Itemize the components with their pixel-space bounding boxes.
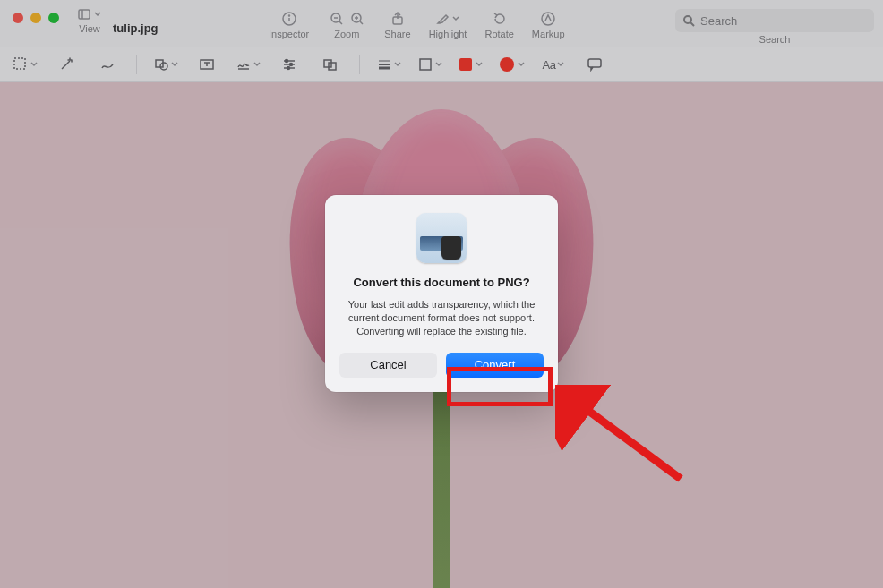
chevron-down-icon	[476, 61, 483, 68]
text-style-tool[interactable]: Aa	[541, 53, 566, 76]
separator	[136, 55, 137, 74]
sliders-icon	[281, 56, 297, 72]
svg-point-15	[684, 16, 691, 23]
dialog-body: Your last edit adds transparency, which …	[339, 298, 544, 338]
svg-rect-31	[324, 60, 331, 67]
resize-icon	[322, 56, 339, 72]
border-color-tool[interactable]	[417, 53, 442, 76]
sketch-icon	[99, 56, 116, 72]
svg-line-6	[339, 21, 342, 24]
search-icon	[682, 14, 695, 27]
close-window-button[interactable]	[13, 13, 23, 23]
stroke-color-tool[interactable]	[500, 53, 525, 76]
chevron-down-icon	[171, 61, 178, 68]
document-title: tulip.jpg	[113, 21, 159, 35]
border-color-icon	[417, 56, 433, 72]
selection-tool[interactable]	[13, 53, 38, 76]
chevron-down-icon	[30, 61, 38, 68]
dialog-buttons: Cancel Convert	[339, 353, 544, 378]
preview-app-icon	[416, 213, 467, 263]
chevron-down-icon	[451, 14, 460, 23]
markup-toolbar: Aa	[0, 47, 883, 82]
chevron-down-icon	[394, 61, 401, 68]
fullscreen-window-button[interactable]	[48, 13, 59, 23]
svg-rect-17	[14, 58, 25, 69]
markup-button[interactable]: Markup	[525, 5, 572, 45]
magic-wand-icon	[58, 56, 74, 72]
sign-tool[interactable]	[236, 53, 261, 76]
view-menu[interactable]: View	[77, 7, 102, 34]
inspector-button[interactable]: Inspector	[261, 5, 316, 45]
text-style-label: Aa	[543, 58, 556, 72]
adjust-size-tool[interactable]	[318, 53, 343, 76]
rotate-button[interactable]: Rotate	[477, 5, 520, 45]
fill-color-tool[interactable]	[459, 53, 484, 76]
search-label: Search	[759, 34, 791, 45]
speech-bubble-icon	[587, 56, 603, 72]
highlight-button[interactable]: Highlight	[422, 5, 475, 45]
search-field[interactable]: Search	[675, 9, 874, 32]
sketch-tool[interactable]	[95, 53, 120, 76]
adjust-color-tool[interactable]	[277, 53, 302, 76]
search-placeholder: Search	[700, 14, 737, 28]
chevron-down-icon	[93, 10, 102, 19]
titlebar: View tulip.jpg Inspector Zoom Share	[0, 0, 883, 47]
chevron-down-icon	[518, 61, 525, 68]
svg-line-18	[62, 61, 70, 69]
convert-dialog: Convert this document to PNG? Your last …	[325, 195, 558, 392]
info-icon	[281, 11, 297, 27]
line-weight-tool[interactable]	[376, 53, 401, 76]
svg-rect-37	[588, 59, 601, 67]
shapes-icon	[153, 56, 169, 72]
chevron-down-icon	[557, 61, 564, 68]
signature-icon	[236, 56, 252, 72]
share-button[interactable]: Share	[377, 5, 417, 45]
search-group: Search Search	[675, 5, 874, 45]
svg-rect-36	[420, 59, 431, 70]
annotate-tool[interactable]	[582, 53, 607, 76]
toolbar-center: Inspector Zoom Share Highlight	[261, 5, 572, 45]
view-label: View	[79, 23, 100, 34]
sidebar-icon	[77, 7, 91, 21]
window-controls	[13, 13, 59, 23]
convert-button[interactable]: Convert	[446, 353, 544, 378]
highlighter-icon	[435, 11, 451, 27]
selection-icon	[13, 56, 29, 72]
svg-point-20	[160, 63, 167, 70]
chevron-down-icon	[253, 61, 261, 68]
svg-line-16	[690, 22, 694, 26]
svg-line-9	[360, 21, 363, 24]
separator	[359, 55, 360, 74]
shapes-tool[interactable]	[153, 53, 178, 76]
svg-point-29	[290, 64, 293, 66]
preview-window: View tulip.jpg Inspector Zoom Share	[0, 0, 883, 588]
line-weight-icon	[376, 56, 392, 72]
minimize-window-button[interactable]	[30, 13, 41, 23]
chevron-down-icon	[435, 61, 442, 68]
zoom-out-icon	[329, 11, 344, 27]
markup-icon	[540, 11, 556, 27]
share-icon	[390, 11, 406, 27]
cancel-button[interactable]: Cancel	[339, 353, 437, 378]
text-tool[interactable]	[194, 53, 219, 76]
rotate-icon	[492, 11, 508, 27]
svg-rect-32	[329, 63, 336, 70]
text-box-icon	[199, 56, 215, 72]
zoom-in-icon	[349, 11, 364, 27]
dialog-title: Convert this document to PNG?	[353, 276, 529, 289]
zoom-button-group[interactable]: Zoom	[320, 5, 373, 45]
instant-alpha-tool[interactable]	[54, 53, 79, 76]
svg-rect-0	[79, 10, 90, 19]
svg-point-30	[287, 67, 290, 70]
svg-point-28	[286, 60, 288, 63]
svg-point-4	[288, 15, 289, 16]
